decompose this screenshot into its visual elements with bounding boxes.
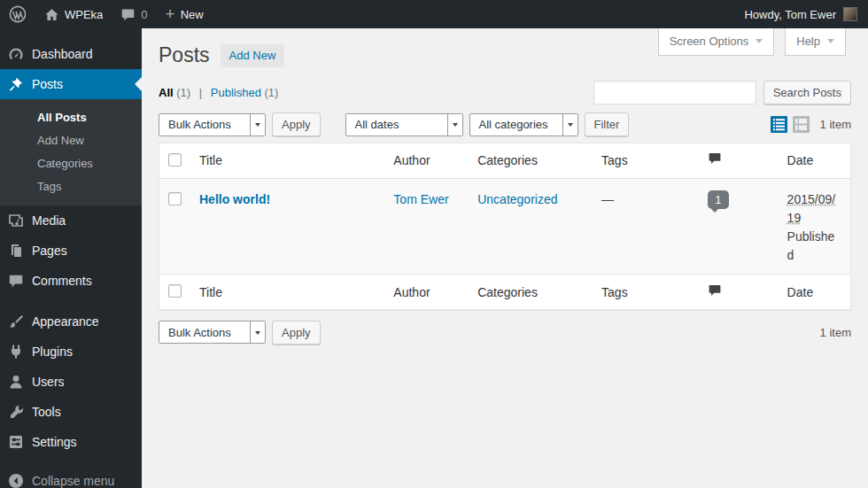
home-icon [44, 7, 59, 22]
collapse-menu-button[interactable]: Collapse menu [0, 466, 142, 488]
admin-sidebar: Dashboard Posts All Posts Add New Catego… [0, 28, 142, 488]
column-header-categories: Categories [469, 143, 593, 178]
column-footer-tags: Tags [593, 275, 699, 310]
post-status-value: Published [787, 228, 841, 265]
apply-button-bottom[interactable]: Apply [272, 321, 321, 345]
select-all-checkbox-bottom[interactable] [168, 284, 182, 298]
column-footer-date[interactable]: Date [779, 275, 851, 310]
submenu-item-tags[interactable]: Tags [0, 174, 142, 198]
sidebar-item-label: Comments [32, 274, 92, 288]
site-name-menu[interactable]: WPEka [35, 0, 112, 28]
sidebar-item-dashboard[interactable]: Dashboard [0, 39, 142, 69]
row-checkbox[interactable] [168, 192, 182, 205]
apply-button-top[interactable]: Apply [272, 112, 321, 136]
dates-filter-value: All dates [346, 114, 408, 136]
post-title-link[interactable]: Hello world! [199, 192, 270, 206]
items-count-bottom: 1 item [820, 326, 851, 339]
select-all-checkbox-top[interactable] [168, 153, 182, 167]
sidebar-item-appearance[interactable]: Appearance [0, 306, 142, 337]
sidebar-item-users[interactable]: Users [0, 367, 142, 397]
categories-filter-select[interactable]: All categories [469, 113, 578, 136]
search-input[interactable] [593, 81, 756, 105]
filter-links-row: All (1) | Published (1) Search Posts [159, 81, 851, 105]
post-category-link[interactable]: Uncategorized [477, 192, 557, 206]
admin-bar: WPEka 0 + New Howdy, Tom Ewer [0, 0, 868, 28]
howdy-label: Howdy, Tom Ewer [744, 8, 836, 21]
plugins-icon [7, 343, 25, 360]
bulk-actions-select[interactable]: Bulk Actions [159, 113, 266, 136]
column-footer-categories: Categories [469, 275, 593, 310]
bulk-actions-value: Bulk Actions [159, 114, 240, 136]
comment-count-bubble[interactable]: 1 [708, 190, 729, 209]
table-footer-row: Title Author Categories Tags Date [159, 275, 851, 310]
wordpress-logo-icon [9, 5, 27, 23]
sidebar-item-plugins[interactable]: Plugins [0, 337, 142, 367]
select-arrow-icon [250, 114, 265, 136]
items-count-top: 1 item [820, 118, 851, 131]
column-footer-title[interactable]: Title [190, 275, 384, 310]
add-new-button[interactable]: Add New [221, 44, 285, 67]
post-tags-value: — [601, 192, 614, 206]
sidebar-item-comments[interactable]: Comments [0, 266, 142, 296]
chevron-down-icon [756, 39, 763, 47]
filter-separator: | [199, 86, 202, 99]
main-content: Screen Options Help Posts Add New All (1… [142, 28, 868, 488]
pin-icon [7, 75, 25, 93]
sidebar-item-label: Users [32, 375, 65, 389]
posts-table: Title Author Categories Tags Date Hello … [159, 143, 851, 310]
dashboard-icon [7, 45, 25, 63]
excerpt-view-icon[interactable] [793, 116, 810, 133]
sidebar-item-tools[interactable]: Tools [0, 397, 142, 427]
pages-icon [7, 242, 25, 259]
sidebar-item-media[interactable]: Media [0, 205, 142, 236]
post-author-link[interactable]: Tom Ewer [393, 192, 448, 206]
adminbar-comments-menu[interactable]: 0 [112, 0, 156, 28]
select-arrow-icon [562, 114, 577, 136]
adminbar-new-label: New [181, 8, 204, 21]
post-date-value: 2015/09/19 [787, 192, 836, 225]
status-filter-links: All (1) | Published (1) [159, 86, 278, 99]
sidebar-item-posts[interactable]: Posts [0, 69, 142, 99]
user-avatar [843, 7, 857, 21]
screen-meta-tabs: Screen Options Help [658, 28, 846, 56]
column-header-title[interactable]: Title [190, 143, 384, 178]
dates-filter-select[interactable]: All dates [345, 113, 463, 136]
adminbar-account-menu[interactable]: Howdy, Tom Ewer [740, 7, 861, 21]
sidebar-item-settings[interactable]: Settings [0, 427, 142, 457]
filter-button[interactable]: Filter [585, 112, 630, 136]
sidebar-item-label: Settings [32, 435, 77, 449]
submenu-item-add-new[interactable]: Add New [0, 128, 142, 151]
bulk-actions-value-bottom: Bulk Actions [159, 321, 240, 343]
adminbar-new-menu[interactable]: + New [157, 0, 213, 28]
tools-icon [7, 403, 25, 421]
screen-options-label: Screen Options [670, 35, 749, 48]
sidebar-item-pages[interactable]: Pages [0, 236, 142, 266]
column-header-author: Author [384, 143, 469, 178]
appearance-icon [7, 313, 25, 330]
list-view-icon[interactable] [771, 116, 787, 133]
sidebar-item-label: Pages [32, 244, 67, 258]
bulk-actions-select-bottom[interactable]: Bulk Actions [159, 321, 266, 344]
comments-column-icon [708, 283, 722, 298]
submenu-item-all-posts[interactable]: All Posts [0, 105, 142, 128]
sidebar-item-label: Dashboard [32, 47, 93, 61]
sidebar-item-label: Plugins [32, 345, 73, 359]
screen-options-button[interactable]: Screen Options [658, 28, 775, 56]
select-arrow-icon [250, 321, 265, 343]
sidebar-item-label: Appearance [32, 314, 99, 329]
submenu-item-categories[interactable]: Categories [0, 151, 142, 174]
comments-bubble-icon [120, 7, 136, 22]
search-posts-button[interactable]: Search Posts [763, 81, 851, 105]
chevron-down-icon [827, 39, 834, 47]
collapse-menu-label: Collapse menu [32, 474, 114, 488]
filter-all-count: (1) [176, 86, 190, 99]
help-label: Help [796, 35, 820, 48]
filter-all-link[interactable]: All [159, 86, 174, 99]
tablenav-bottom: Bulk Actions Apply 1 item [159, 320, 851, 345]
help-button[interactable]: Help [785, 28, 846, 56]
column-header-date[interactable]: Date [779, 143, 851, 178]
tablenav-top: Bulk Actions Apply All dates All categor… [159, 112, 851, 137]
sidebar-item-label: Posts [32, 77, 63, 91]
filter-published-link[interactable]: Published [211, 86, 261, 99]
wordpress-logo-menu[interactable] [0, 0, 35, 28]
